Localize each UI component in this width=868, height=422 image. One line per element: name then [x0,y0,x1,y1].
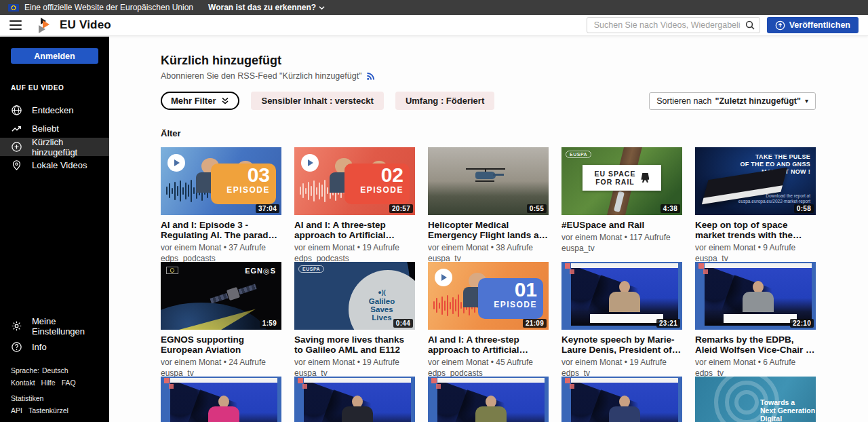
video-title[interactable]: AI and I: A three-step approach to Artif… [294,220,415,240]
add-circle-icon [11,141,22,153]
video-thumbnail[interactable] [561,377,682,422]
sidebar-item-info[interactable]: Info [0,338,109,356]
video-card[interactable]: 03EPISODE37:04 AI and I: Episode 3 - Reg… [161,147,281,258]
satellite-art [206,271,261,315]
sidebar-item-lokale-videos[interactable]: Lokale Videos [0,156,109,174]
video-thumbnail[interactable]: 03EPISODE37:04 [161,147,281,215]
video-card[interactable]: 0:55 Helicopter Medical Emergency Flight… [428,147,549,258]
sidebar-item-kuerzlich-hinzugefuegt[interactable]: Kürzlich hinzugefügt [0,138,109,156]
video-card[interactable]: 01EPISODE21:09 AI and I: A three-step ap… [428,262,549,373]
search-input[interactable] [587,17,760,33]
footer-link-api[interactable]: API [11,406,22,415]
video-card[interactable]: EGN◎S1:59 EGNOS supporting European Avia… [161,262,281,373]
search-icon[interactable] [745,20,755,31]
train-art [614,191,625,212]
video-title[interactable]: AI and I: A three-step approach to Artif… [428,334,549,355]
solar-panel [210,293,228,304]
main-content: Kürzlich hinzugefügt Abonnieren Sie den … [109,37,868,422]
duration-badge: 22:10 [790,319,814,328]
video-card[interactable]: EUSPAEU SPACEFOR RAIL4:38 #EUSpace and R… [561,147,682,258]
video-thumbnail[interactable] [161,377,281,422]
episode-label: EPISODE [484,300,537,309]
video-thumbnail[interactable]: EUSPAEU SPACEFOR RAIL4:38 [561,147,682,215]
video-thumbnail[interactable]: 01EPISODE21:09 [428,262,549,330]
video-title[interactable]: Helicopter Medical Emergency Flight land… [428,220,549,240]
rss-icon[interactable] [366,72,375,81]
video-title[interactable]: Remarks by the EDPB, Aleid Wolfsen Vice-… [695,334,816,355]
banner-howto-label: Woran ist das zu erkennen? [208,3,316,12]
video-thumbnail[interactable] [428,377,549,422]
speaker-body [208,406,239,422]
login-button[interactable]: Anmelden [11,48,98,64]
speaker-silhouette [208,396,239,422]
video-thumbnail[interactable]: 0:55 [428,147,549,215]
video-card[interactable]: 22:10 Remarks by the EDPB, Aleid Wolfsen… [695,262,816,373]
footer-link-tastenkuerzel[interactable]: Tastenkürzel [28,406,68,415]
video-card[interactable] [428,377,549,422]
video-card[interactable]: TAKE THE PULSEOF THE EO AND GNSSMARKET N… [695,147,816,258]
sidebar-item-label: Info [32,342,47,352]
logo-square [164,378,170,383]
solar-panel [238,284,256,294]
duration-badge: 0:55 [527,204,547,213]
conference-frame [161,377,281,422]
video-meta: vor einem Monat • 38 Aufrufe [428,243,549,252]
more-filters-button[interactable]: Mehr Filter [161,92,239,110]
video-card[interactable] [294,377,415,422]
play-overlay-icon [301,154,319,172]
video-thumbnail[interactable] [294,377,415,422]
sort-dropdown[interactable]: Sortieren nach "Zuletzt hinzugefügt" ▾ [649,92,816,110]
sidebar-item-beliebt[interactable]: Beliebt [0,119,109,138]
video-meta: vor einem Monat • 37 Aufrufe [161,243,281,252]
app-title[interactable]: EU Video [60,18,111,32]
video-thumbnail[interactable]: TAKE THE PULSEOF THE EO AND GNSSMARKET N… [695,147,816,215]
video-title[interactable]: Saving more lives thanks to Galileo AML … [294,334,415,355]
video-title[interactable]: Keynote speech by Marie-Laure Denis, Pre… [561,334,682,355]
footer-link-statistiken[interactable]: Statistiken [11,394,43,403]
app-logo-icon[interactable] [37,18,50,33]
video-card[interactable]: EUSPA●)(GalileoSavesLives0:44 Saving mor… [294,262,415,373]
language-value-link[interactable]: Deutsch [42,366,68,375]
logo-square [570,269,574,274]
footer-link-faq[interactable]: FAQ [62,378,76,387]
sort-value: "Zuletzt hinzugefügt" [715,96,801,106]
footer-link-kontakt[interactable]: Kontakt [11,378,35,387]
video-card[interactable]: 02EPISODE20:57 AI and I: A three-step ap… [294,147,415,258]
video-card[interactable] [561,377,682,422]
video-card[interactable] [161,377,281,422]
logo-square [298,378,303,383]
video-title[interactable]: AI and I: Episode 3 - Regulating AI. The… [161,220,281,240]
menu-toggle-button[interactable] [9,20,22,30]
video-thumbnail[interactable]: 23:21 [561,262,682,330]
footer-link-hilfe[interactable]: Hilfe [41,378,56,387]
duration-badge: 4:38 [660,204,680,213]
sidebar-item-meine-einstellungen[interactable]: Meine Einstellungen [0,317,109,335]
video-thumbnail[interactable]: 02EPISODE20:57 [294,147,415,215]
train-icon [641,173,649,183]
filter-chip-scope[interactable]: Umfang : Föderiert [395,92,494,110]
video-title[interactable]: Keep on top of space market trends with … [695,220,816,240]
rss-subscribe-text: Abonnieren Sie den RSS-Feed "Kürzlich hi… [161,71,362,81]
video-title[interactable]: #EUSpace and Rail [561,220,682,230]
video-card[interactable]: Towards aNext GenerationDigital Commissi… [695,377,816,422]
publish-button[interactable]: Veröffentlichen [767,17,859,33]
video-meta: vor einem Monat • 19 Aufrufe [294,243,415,252]
duration-badge: 23:21 [656,319,680,328]
video-card[interactable]: 23:21 Keynote speech by Marie-Laure Deni… [561,262,682,373]
conference-top-strip [571,263,678,268]
video-channel-link[interactable]: euspa_tv [561,244,682,253]
filter-chip-sensible-content[interactable]: Sensibler Inhalt : versteckt [251,92,383,110]
logo-square [436,384,441,389]
video-thumbnail[interactable]: EUSPA●)(GalileoSavesLives0:44 [294,262,415,330]
episode-card: 01EPISODE [478,278,543,319]
video-thumbnail[interactable]: 22:10 [695,262,816,330]
video-thumbnail[interactable]: EGN◎S1:59 [161,262,281,330]
video-meta: vor einem Monat • 9 Aufrufe [695,243,816,252]
trending-icon [11,123,22,134]
sidebar-item-entdecken[interactable]: Entdecken [0,101,109,119]
video-thumbnail[interactable]: Towards aNext GenerationDigital Commissi… [695,377,816,422]
video-title[interactable]: EGNOS supporting European Aviation [161,334,281,355]
duration-badge: 20:57 [389,204,413,213]
banner-howto-link[interactable]: Woran ist das zu erkennen? [208,3,325,12]
egnos-logo: EGN◎S [245,267,276,275]
